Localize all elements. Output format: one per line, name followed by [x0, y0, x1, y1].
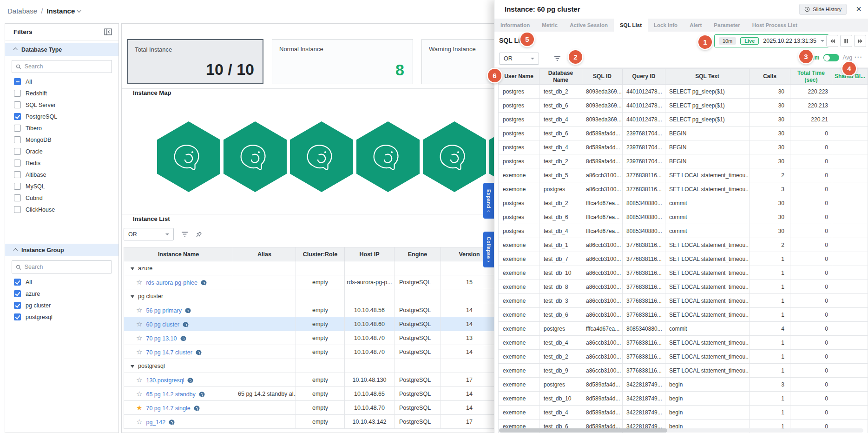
time-range-picker[interactable]: 10m Live 2025.10.22 13:31:35 [714, 34, 829, 47]
filter-item-tibero[interactable]: Tibero [5, 122, 118, 134]
cell-sql-text[interactable]: commit [665, 224, 750, 238]
favorite-star-icon[interactable]: ☆ [136, 348, 142, 356]
sql-row[interactable]: postgrestest_db_68d589afa4d...2397681704… [499, 127, 868, 140]
column-header-query-id[interactable]: Query ID [623, 69, 665, 85]
checkbox-checked[interactable] [14, 313, 21, 320]
cell-query-id[interactable]: 3422818749... [623, 378, 665, 392]
filter-item-postgresql[interactable]: PostgreSQL [5, 111, 118, 122]
instance-link[interactable]: 60 pg cluster [146, 321, 179, 328]
operator-select[interactable]: OR [124, 228, 174, 240]
cell-query-id[interactable]: 2397681704... [623, 127, 665, 140]
group-row-postgresql[interactable]: postgresql [124, 359, 498, 373]
filter-item-redis[interactable]: Redis [5, 157, 118, 169]
cell-sql-id[interactable]: 8d589afa4d... [582, 140, 623, 154]
sum-avg-toggle[interactable] [823, 54, 839, 61]
sql-row[interactable]: postgrestest_db_28093eda369...4401012478… [499, 85, 868, 99]
sql-row[interactable]: postgrestest_db_4fffca4d67ea...808534088… [499, 224, 868, 238]
tab-parameter[interactable]: Parameter [708, 19, 746, 32]
cell-query-id[interactable]: 4401012478... [623, 113, 665, 127]
cell-sql-text[interactable]: SELECT pg_sleep($1) [665, 85, 750, 99]
cell-sql-text[interactable]: SET LOCAL statement_timeou... [665, 266, 750, 280]
cell-query-id[interactable]: 3776838116... [623, 182, 665, 196]
favorite-star-icon[interactable]: ☆ [136, 334, 142, 342]
cell-sql-text[interactable]: commit [665, 196, 750, 210]
column-header-host-ip[interactable]: Host IP [345, 247, 395, 261]
cell-sql-id[interactable]: a86ccb3100... [582, 238, 623, 252]
sql-row[interactable]: exemonepostgres8d589afa4d...3422818749..… [499, 378, 868, 392]
instance-hexagon[interactable] [157, 121, 220, 192]
checkbox-checked[interactable] [14, 279, 21, 286]
cell-query-id[interactable]: 3422818749... [623, 406, 665, 420]
cell-sql-text[interactable]: BEGIN [665, 140, 750, 154]
cell-sql-id[interactable]: a86ccb3100... [582, 350, 623, 364]
cell-sql-text[interactable]: SET LOCAL statement_timeou... [665, 280, 750, 294]
checkbox-checked[interactable] [14, 302, 21, 309]
filter-item-postgresql[interactable]: postgresql [5, 311, 118, 323]
tab-lock-info[interactable]: Lock Info [648, 19, 684, 32]
cell-query-id[interactable]: 8085340880... [623, 322, 665, 336]
filter-item-redshift[interactable]: Redshift [5, 87, 118, 99]
instance-link[interactable]: rds-aurora-pg-phlee [146, 280, 197, 286]
cell-sql-text[interactable]: begin [665, 406, 750, 420]
cell-sql-id[interactable]: a86ccb3100... [582, 280, 623, 294]
instance-link[interactable]: 65 pg 14.2 standby [146, 391, 195, 398]
cell-sql-id[interactable]: a86ccb3100... [582, 364, 623, 378]
sql-row[interactable]: postgrestest_db_6fffca4d67ea...808534088… [499, 210, 868, 224]
sql-row[interactable]: exemonetest_db_5a86ccb3100...3776838116.… [499, 168, 868, 182]
cell-sql-id[interactable]: a86ccb3100... [582, 182, 623, 196]
normal-instance-card[interactable]: Normal Instance 8 [272, 39, 413, 84]
database-type-search[interactable] [12, 60, 112, 73]
instance-row-65-pg-14-2-standby[interactable]: ☆65 pg 14.2 standby65 pg 14.2 standby al… [124, 387, 498, 401]
cell-sql-id[interactable]: a86ccb3100... [582, 336, 623, 350]
cell-sql-text[interactable]: SET LOCAL statement_timeou... [665, 182, 750, 196]
cell-sql-id[interactable]: a86ccb3100... [582, 252, 623, 266]
checkbox-unchecked[interactable] [14, 206, 21, 213]
cell-query-id[interactable]: 8085340880... [623, 196, 665, 210]
section-header-database-type[interactable]: Database Type [5, 43, 118, 56]
triangle-down-icon[interactable] [131, 267, 134, 270]
instance-link[interactable]: pg_142 [146, 419, 165, 426]
close-icon[interactable]: × [856, 3, 861, 15]
column-header-cluster-role[interactable]: Cluster:Role [296, 247, 345, 261]
filter-item-all[interactable]: All [5, 276, 118, 288]
checkbox-unchecked[interactable] [14, 101, 21, 108]
sql-row[interactable]: exemonetest_db_48d589afa4d...3422818749.… [499, 406, 868, 420]
cell-sql-text[interactable]: SET LOCAL statement_timeou... [665, 252, 750, 266]
cell-query-id[interactable]: 4401012478... [623, 85, 665, 99]
column-header-sql-text[interactable]: SQL Text [665, 69, 750, 85]
column-header-alias[interactable]: Alias [233, 247, 296, 261]
tab-alert[interactable]: Alert [684, 19, 708, 32]
skip-back-button[interactable] [826, 35, 838, 47]
cell-query-id[interactable]: 3776838116... [623, 294, 665, 308]
cell-sql-id[interactable]: 8093eda369... [582, 113, 623, 127]
cell-sql-text[interactable]: begin [665, 378, 750, 392]
breadcrumb-page-dropdown[interactable]: Instance [46, 7, 81, 15]
filter-item-oracle[interactable]: Oracle [5, 146, 118, 157]
horizontal-scrollbar[interactable] [498, 428, 863, 433]
interval-chip[interactable]: 10m [719, 37, 736, 45]
cell-sql-id[interactable]: a86ccb3100... [582, 168, 623, 182]
cell-sql-text[interactable]: SELECT pg_sleep($1) [665, 99, 750, 113]
cell-sql-text[interactable]: BEGIN [665, 154, 750, 168]
cell-sql-id[interactable]: a86ccb3100... [582, 294, 623, 308]
instance-row-130-postgresql[interactable]: ☆130.postgresqlempty10.10.48.130PostgreS… [124, 373, 498, 387]
sql-row[interactable]: postgrestest_db_2fffca4d67ea...808534088… [499, 196, 868, 210]
cell-sql-id[interactable]: fffca4d67ea... [582, 210, 623, 224]
favorite-star-icon[interactable]: ☆ [136, 278, 142, 286]
cell-query-id[interactable]: 3776838116... [623, 308, 665, 322]
cell-query-id[interactable]: 3776838116... [623, 238, 665, 252]
cell-sql-id[interactable]: fffca4d67ea... [582, 224, 623, 238]
filter-item-azure[interactable]: azure [5, 288, 118, 300]
sql-row[interactable]: exemonetest_db_3a86ccb3100...3776838116.… [499, 294, 868, 308]
filter-icon[interactable] [181, 231, 188, 237]
column-header-database-name[interactable]: Database Name [539, 69, 582, 85]
cell-sql-text[interactable]: SET LOCAL statement_timeou... [665, 238, 750, 252]
more-menu-icon[interactable]: ⋯ [854, 52, 862, 62]
tab-active-session[interactable]: Active Session [564, 19, 614, 32]
checkbox-unchecked[interactable] [14, 194, 21, 201]
filter-item-sql-server[interactable]: SQL Server [5, 99, 118, 111]
sql-row[interactable]: postgrestest_db_48d589afa4d...2397681704… [499, 140, 868, 154]
sql-row[interactable]: postgrestest_db_48093eda369...4401012478… [499, 113, 868, 127]
instance-link[interactable]: 70 pg 14.7 single [146, 405, 190, 412]
checkbox-indeterminate[interactable] [14, 78, 21, 85]
